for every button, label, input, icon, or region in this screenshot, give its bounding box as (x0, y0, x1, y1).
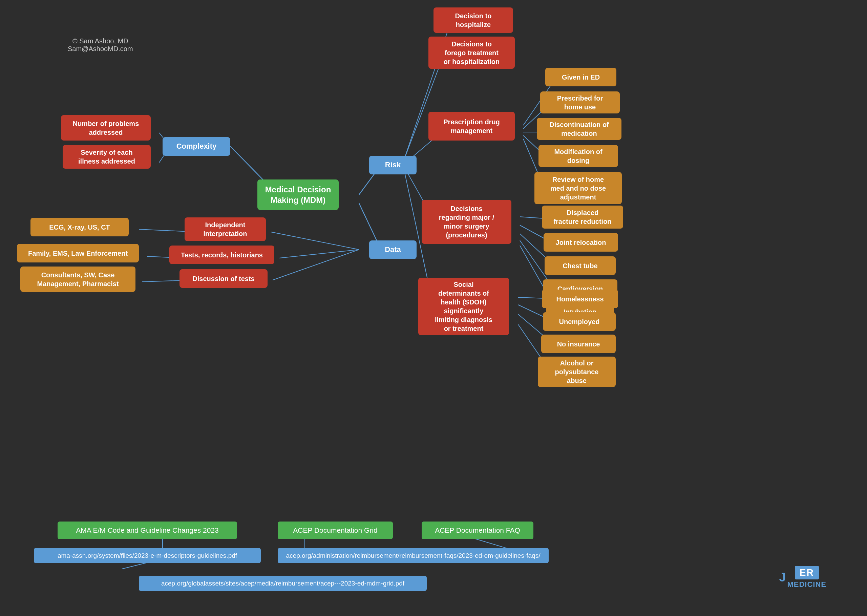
decisions-forego-node: Decisions to forego treatment or hospita… (429, 36, 515, 69)
acep-faq-label[interactable]: ACEP Documentation FAQ (422, 522, 533, 539)
displaced-fracture-node: Displaced fracture reduction (542, 206, 623, 229)
review-home-node: Review of home med and no dose adjustmen… (534, 172, 622, 204)
acep-grid-label[interactable]: ACEP Documentation Grid (278, 522, 393, 539)
decisions-surgery-node: Decisions regarding major / minor surger… (422, 200, 511, 244)
sdoh-node: Social determinants of health (SDOH) sig… (418, 278, 509, 335)
prescribed-home-node: Prescribed for home use (540, 91, 620, 113)
prescription-drug-node: Prescription drug management (429, 112, 515, 141)
given-ed-node: Given in ED (545, 68, 616, 86)
ama-link[interactable]: ama-assn.org/system/files/2023-e-m-descr… (34, 548, 261, 563)
unemployed-node: Unemployed (543, 312, 616, 331)
svg-line-5 (271, 232, 359, 250)
svg-line-6 (280, 250, 359, 258)
chest-tube-node: Chest tube (545, 256, 616, 275)
homelessness-node: Homelessness (542, 289, 618, 308)
complexity-node: Complexity (163, 137, 230, 156)
mdm-node: Medical Decision Making (MDM) (258, 179, 339, 210)
joint-relocation-node: Joint relocation (543, 233, 618, 251)
svg-line-12 (403, 55, 444, 163)
acep-faq-link[interactable]: acep.org/administration/reimbursement/re… (278, 548, 549, 563)
independent-interp-node: Independent Interpretation (185, 217, 266, 241)
svg-line-7 (273, 250, 359, 280)
family-node: Family, EMS, Law Enforcement (17, 244, 139, 262)
acep-grid-link[interactable]: acep.org/globalassets/sites/acep/media/r… (139, 576, 427, 591)
no-insurance-node: No insurance (541, 335, 616, 353)
ama-label[interactable]: AMA E/M Code and Guideline Changes 2023 (58, 522, 237, 539)
er-medicine-logo: J ER MEDICINE (779, 566, 826, 589)
discontinuation-node: Discontinuation of medication (537, 118, 622, 140)
tests-records-node: Tests, records, historians (169, 245, 274, 264)
severity-node: Severity of each illness addressed (63, 145, 151, 169)
data-node: Data (369, 240, 416, 259)
modification-node: Modification of dosing (539, 145, 618, 167)
consultants-node: Consultants, SW, Case Management, Pharma… (20, 267, 135, 292)
alcohol-node: Alcohol or polysubtance abuse (538, 357, 616, 387)
ecg-node: ECG, X-ray, US, CT (30, 218, 129, 236)
discussion-tests-node: Discussion of tests (179, 269, 267, 288)
risk-node: Risk (369, 156, 416, 174)
copyright-text: © Sam Ashoo, MD Sam@AshooMD.com (68, 37, 133, 53)
decision-hosp-node: Decision to hospitalize (433, 8, 513, 33)
num-problems-node: Number of problems addressed (61, 115, 151, 141)
